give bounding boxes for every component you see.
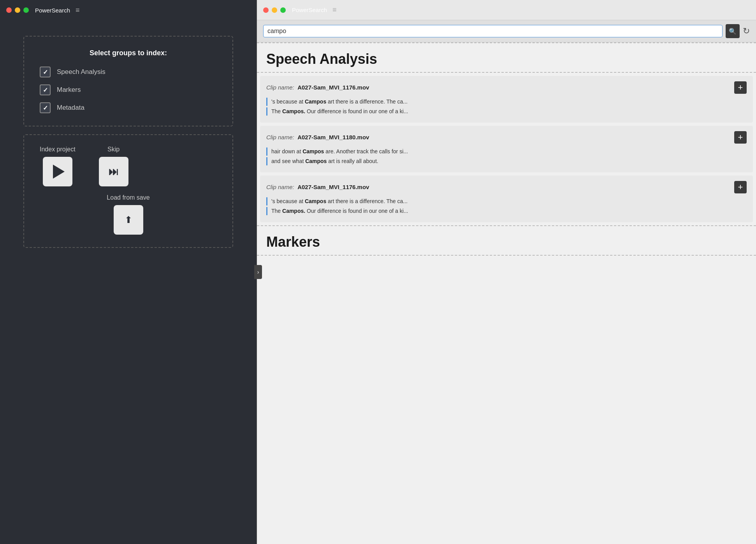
chevron-right-icon: › — [257, 269, 259, 275]
clip-name-value-1: A027-Sam_MVI_1176.mov — [297, 84, 369, 91]
markers-divider — [257, 255, 756, 256]
clip-card-2: Clip name: A027-Sam_MVI_1180.mov + hair … — [260, 126, 753, 172]
controls-row-main: Index project Skip ⏭ — [40, 146, 217, 186]
upload-icon: ⬆ — [125, 214, 132, 225]
markers-title: Markers — [257, 226, 756, 255]
app-title-left: PowerSearch — [35, 7, 70, 14]
clip-name-label-2: Clip name: — [266, 134, 294, 140]
clip-name-3: Clip name: A027-Sam_MVI_1176.mov — [266, 184, 369, 191]
checkbox-markers-icon[interactable]: ✓ — [40, 84, 51, 95]
clip-name-label-3: Clip name: — [266, 184, 294, 190]
left-content: Select groups to index: ✓ Speech Analysi… — [0, 20, 257, 544]
clip-text-content-2a: hair down at Campos are. Another track t… — [271, 147, 408, 156]
right-titlebar: PowerSearch ≡ — [257, 0, 756, 20]
index-project-button[interactable] — [43, 157, 72, 186]
checkbox-metadata[interactable]: ✓ Metadata — [40, 102, 217, 113]
right-hamburger-icon[interactable]: ≡ — [332, 6, 337, 14]
checkmark-metadata: ✓ — [43, 104, 48, 112]
clip-text-line-2a: hair down at Campos are. Another track t… — [266, 147, 747, 156]
search-input[interactable] — [267, 28, 718, 35]
left-panel: PowerSearch ≡ Select groups to index: ✓ … — [0, 0, 257, 544]
clip-text-line-1a: 's because at Campos art there is a diff… — [266, 98, 747, 106]
markers-section: Markers — [257, 226, 756, 263]
right-close-button[interactable] — [263, 7, 269, 13]
speech-analysis-title: Speech Analysis — [257, 43, 756, 72]
play-icon — [53, 165, 65, 179]
clip-name-value-2: A027-Sam_MVI_1180.mov — [297, 134, 369, 140]
controls-box: Index project Skip ⏭ Load from save ⬆ — [23, 134, 233, 248]
select-groups-title: Select groups to index: — [40, 49, 217, 57]
clip-name-2: Clip name: A027-Sam_MVI_1180.mov — [266, 134, 369, 141]
select-groups-box: Select groups to index: ✓ Speech Analysi… — [23, 36, 233, 126]
hamburger-menu-icon[interactable]: ≡ — [76, 6, 80, 14]
clip-card-3: Clip name: A027-Sam_MVI_1176.mov + 's be… — [260, 175, 753, 222]
speech-divider — [257, 72, 756, 73]
clip-name-1: Clip name: A027-Sam_MVI_1176.mov — [266, 84, 369, 91]
search-icon: 🔍 — [729, 28, 737, 35]
traffic-lights — [6, 7, 29, 13]
load-from-save-group: Load from save ⬆ — [40, 194, 217, 235]
left-titlebar: PowerSearch ≡ — [0, 0, 257, 20]
right-minimize-button[interactable] — [272, 7, 277, 13]
checkmark-speech: ✓ — [43, 68, 48, 76]
minimize-button[interactable] — [15, 7, 20, 13]
clip-name-value-3: A027-Sam_MVI_1176.mov — [297, 184, 369, 190]
clip-add-button-2[interactable]: + — [734, 131, 747, 144]
clip-text-content-1b: The Campos. Our difference is found in o… — [271, 107, 408, 116]
right-panel: PowerSearch ≡ 🔍 ↻ Speech Analysis Clip n… — [257, 0, 756, 544]
search-bar: 🔍 ↻ — [257, 20, 756, 42]
app-title-right: PowerSearch — [292, 7, 327, 13]
clip-text-content-1a: 's because at Campos art there is a diff… — [271, 98, 408, 106]
clip-text-content-3a: 's because at Campos art there is a diff… — [271, 197, 408, 205]
checkbox-metadata-label: Metadata — [57, 104, 84, 112]
checkbox-speech-analysis[interactable]: ✓ Speech Analysis — [40, 67, 217, 77]
skip-button[interactable]: ⏭ — [99, 157, 128, 186]
checkbox-markers[interactable]: ✓ Markers — [40, 84, 217, 95]
index-project-group: Index project — [40, 146, 76, 186]
speech-analysis-section: Speech Analysis Clip name: A027-Sam_MVI_… — [257, 43, 756, 222]
checkbox-speech-label: Speech Analysis — [57, 68, 105, 76]
clip-text-line-1b: The Campos. Our difference is found in o… — [266, 107, 747, 116]
clip-header-2: Clip name: A027-Sam_MVI_1180.mov + — [266, 131, 747, 144]
clip-add-button-3[interactable]: + — [734, 181, 747, 193]
load-from-save-button[interactable]: ⬆ — [114, 205, 143, 235]
close-button[interactable] — [6, 7, 12, 13]
clip-text-line-3a: 's because at Campos art there is a diff… — [266, 197, 747, 205]
skip-label: Skip — [107, 146, 120, 153]
search-input-wrap — [263, 25, 723, 37]
clip-name-label-1: Clip name: — [266, 84, 294, 91]
clip-header-1: Clip name: A027-Sam_MVI_1176.mov + — [266, 81, 747, 94]
search-button[interactable]: 🔍 — [726, 24, 740, 38]
right-traffic-lights — [263, 7, 286, 13]
clip-text-content-2b: and see what Campos art is really all ab… — [271, 157, 378, 165]
skip-group: Skip ⏭ — [99, 146, 128, 186]
clip-text-line-3b: The Campos. Our difference is found in o… — [266, 207, 747, 215]
index-project-label: Index project — [40, 146, 76, 153]
checkbox-markers-label: Markers — [57, 86, 81, 94]
clip-add-button-1[interactable]: + — [734, 81, 747, 94]
results-area: Speech Analysis Clip name: A027-Sam_MVI_… — [257, 42, 756, 544]
right-maximize-button[interactable] — [280, 7, 286, 13]
checkbox-metadata-icon[interactable]: ✓ — [40, 102, 51, 113]
clip-text-line-2b: and see what Campos art is really all ab… — [266, 157, 747, 165]
maximize-button[interactable] — [23, 7, 29, 13]
skip-forward-icon: ⏭ — [109, 166, 119, 178]
collapse-panel-button[interactable]: › — [254, 265, 262, 279]
clip-card-1: Clip name: A027-Sam_MVI_1176.mov + 's be… — [260, 76, 753, 123]
load-from-save-label: Load from save — [107, 194, 149, 201]
checkbox-speech-icon[interactable]: ✓ — [40, 67, 51, 77]
checkmark-markers: ✓ — [43, 86, 48, 94]
clip-header-3: Clip name: A027-Sam_MVI_1176.mov + — [266, 181, 747, 193]
clip-text-content-3b: The Campos. Our difference is found in o… — [271, 207, 408, 215]
refresh-button[interactable]: ↻ — [743, 26, 750, 36]
